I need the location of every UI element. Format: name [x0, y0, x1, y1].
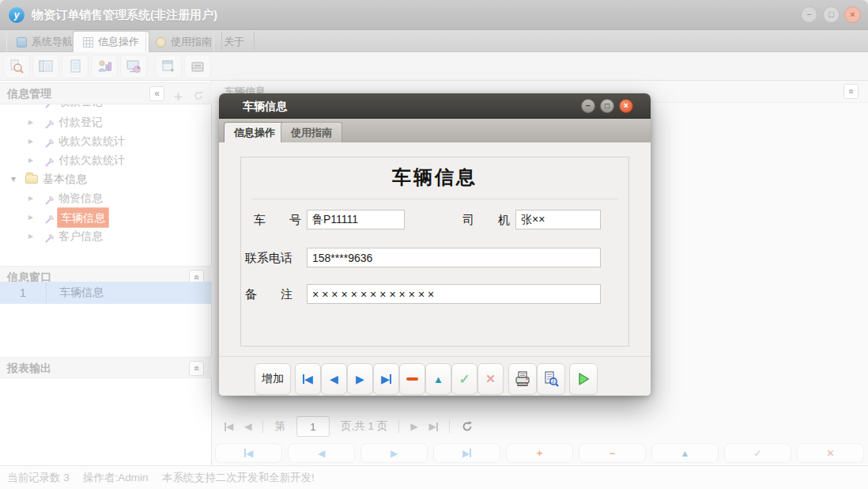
info-tree: ▸ 收款登记 ▸ 付款登记 ▸ 收款欠款统计 ▸ 付款欠款统计 ▾: [0, 104, 212, 261]
expander-icon: ▸: [28, 112, 33, 131]
tree-folder-basic-info[interactable]: ▾ 基本信息: [0, 169, 212, 188]
record-delete-button[interactable]: −: [579, 443, 646, 463]
refresh-button[interactable]: [461, 420, 474, 433]
tab-system-nav[interactable]: 系统导航: [6, 32, 83, 52]
page-number-input[interactable]: [296, 416, 330, 437]
tree-item-label-selected: 车辆信息: [57, 207, 109, 228]
execute-button[interactable]: [569, 363, 598, 395]
nav-next-button[interactable]: ▶: [347, 363, 373, 395]
window-plus-icon: +: [160, 59, 176, 74]
operator-label: 操作者:Admin: [83, 466, 149, 489]
dialog-minimize-button[interactable]: −: [581, 99, 595, 113]
tool-icon: [44, 230, 55, 249]
record-add-button[interactable]: ＋: [506, 443, 573, 463]
document-button[interactable]: [62, 55, 89, 78]
collapse-up-icon: «: [190, 366, 203, 371]
collapse-left-button[interactable]: «: [149, 86, 164, 101]
tree-item-label: 物资信息: [58, 188, 103, 207]
nav-first-button[interactable]: ◀: [295, 363, 321, 395]
monitor-chart-button[interactable]: [120, 55, 147, 78]
record-next-button[interactable]: ▶: [360, 443, 428, 463]
tree-item-vehicle-info[interactable]: ▸ 车辆信息: [0, 207, 212, 226]
search-button[interactable]: [3, 55, 30, 78]
tree-item-material-info[interactable]: ▸ 物资信息: [0, 188, 212, 207]
dialog-close-button[interactable]: ×: [619, 99, 633, 113]
dialog-title: 车辆信息: [243, 93, 287, 119]
heading-divider: [251, 199, 618, 199]
add-button-label: 增加: [262, 372, 284, 386]
window-add-button[interactable]: +: [155, 55, 182, 78]
print-button[interactable]: [508, 363, 537, 395]
cross-icon: ✕: [826, 448, 834, 459]
collapse-up-button[interactable]: «: [189, 361, 204, 376]
tree-item-customer-info[interactable]: ▸ 客户信息: [0, 226, 212, 245]
expander-open-icon: ▾: [11, 169, 16, 188]
nav-last-button[interactable]: ▶: [373, 363, 399, 395]
info-window-row[interactable]: 1 车辆信息: [0, 282, 212, 304]
record-cancel-button[interactable]: ✕: [797, 443, 864, 463]
tree-item-payable-stats[interactable]: ▸ 付款欠款统计: [0, 150, 212, 169]
archive-button[interactable]: [184, 55, 211, 78]
record-prev-button[interactable]: ◀: [288, 443, 355, 463]
phone-input[interactable]: [307, 248, 601, 267]
tree-item-label: 付款欠款统计: [58, 150, 125, 169]
tab-user-guide[interactable]: 使用指南: [145, 32, 222, 52]
sidebar: 信息管理 « ＋ ▸ 收款登记 ▸ 付款登记 ▸ 收款欠款统计: [0, 81, 212, 465]
tree-item-clipped[interactable]: ▸ 收款登记: [0, 104, 212, 111]
expander-icon: ▸: [28, 207, 33, 226]
record-post-button[interactable]: ✓: [724, 443, 791, 463]
tab-info-ops[interactable]: 信息操作: [73, 31, 149, 52]
main-titlebar: y 物资订单销售管理系统(非注册用户) − □ ×: [0, 0, 868, 30]
next-page-button[interactable]: ▶: [410, 421, 417, 432]
dialog-maximize-button[interactable]: □: [600, 99, 614, 113]
dialog-tab-user-guide[interactable]: 使用指南: [281, 122, 342, 142]
cancel-record-button[interactable]: ✕: [477, 363, 504, 395]
record-last-button[interactable]: ▶: [433, 443, 500, 463]
add-record-button[interactable]: 增加: [255, 363, 291, 395]
page-prefix-label: 第: [274, 419, 285, 434]
maximize-button[interactable]: □: [823, 6, 840, 23]
up-triangle-icon: ▲: [433, 373, 443, 385]
driver-label: 司 机: [462, 210, 510, 230]
window-icon: [17, 37, 27, 47]
monitor-pie-icon: [126, 59, 142, 74]
tree-folder-label: 基本信息: [43, 169, 87, 188]
page-suffix-label: 页,共 1 页: [341, 419, 387, 434]
dialog-titlebar[interactable]: 车辆信息 − □ ×: [219, 93, 651, 119]
collapse-up-button[interactable]: «: [843, 84, 859, 99]
tab-about[interactable]: 关于: [213, 32, 255, 52]
refresh-icon: [461, 420, 474, 433]
report-list-button[interactable]: [32, 55, 59, 78]
expander-icon: ▸: [28, 226, 33, 245]
driver-input[interactable]: [515, 210, 601, 229]
record-edit-button[interactable]: ▲: [651, 443, 719, 463]
add-icon[interactable]: ＋: [172, 85, 185, 107]
tree-item-payment-reg[interactable]: ▸ 付款登记: [0, 112, 212, 131]
main-tab-bar: 系统导航 信息操作 使用指南 关于: [0, 30, 868, 52]
nav-prev-button[interactable]: ◀: [321, 363, 347, 395]
remark-input[interactable]: [307, 284, 601, 304]
post-record-button[interactable]: ✓: [451, 363, 477, 395]
record-first-button[interactable]: ◀: [215, 443, 282, 463]
last-page-icon: ▶: [428, 421, 436, 432]
pagination-bar: ◀ ◀ 第 页,共 1 页 ▶ ▶: [225, 415, 474, 438]
dialog-tab-info-ops[interactable]: 信息操作: [224, 122, 285, 142]
minimize-button[interactable]: −: [801, 6, 817, 23]
panel-title: 信息管理: [7, 87, 51, 100]
tree-item-receivable-stats[interactable]: ▸ 收款欠款统计: [0, 131, 212, 150]
user-report-button[interactable]: [91, 55, 118, 78]
preview-button[interactable]: [537, 363, 565, 395]
close-button[interactable]: ×: [844, 6, 861, 23]
edit-record-button[interactable]: ▲: [425, 363, 451, 395]
record-nav-row: ◀ ◀ ▶ ▶ ＋ − ▲ ✓ ✕: [212, 443, 868, 464]
first-page-button[interactable]: ◀: [225, 421, 233, 432]
panel-title: 报表输出: [7, 362, 51, 374]
last-page-button[interactable]: ▶: [428, 421, 437, 432]
expander-icon: ▸: [28, 150, 33, 169]
panel-header-report-output: 报表输出 «: [0, 357, 212, 378]
plate-input[interactable]: [307, 210, 405, 229]
delete-record-button[interactable]: [399, 363, 425, 395]
status-bar: 当前记录数 3 操作者:Admin 本系统支持二次开发和全新开发!: [0, 465, 868, 489]
prev-page-button[interactable]: ◀: [244, 421, 251, 432]
user-chart-icon: [96, 59, 112, 74]
